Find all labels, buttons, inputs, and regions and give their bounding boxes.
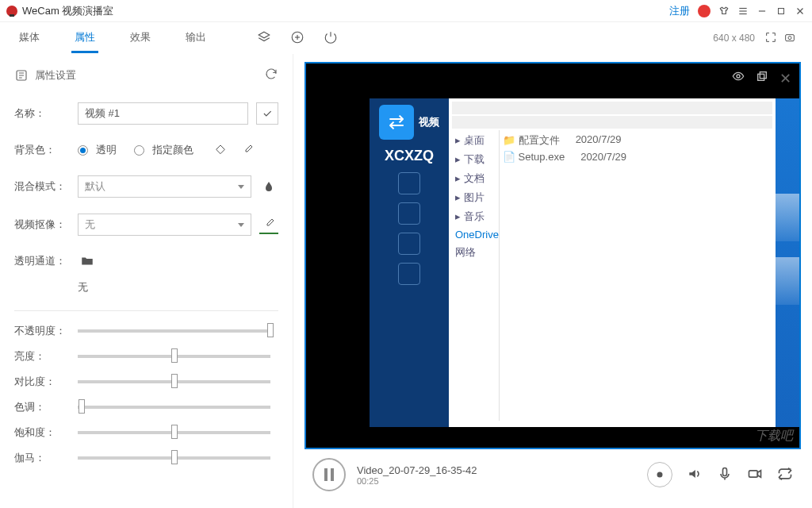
hue-label: 色调： (14, 400, 78, 414)
gamma-label: 伽马： (14, 451, 78, 465)
menu-icon[interactable] (737, 6, 749, 17)
svg-rect-11 (786, 34, 795, 40)
camera-icon[interactable] (747, 466, 763, 484)
overlay-brand: XCXZQ (385, 148, 434, 164)
svg-rect-4 (779, 8, 784, 13)
saturation-label: 饱和度： (14, 425, 78, 440)
name-confirm-button[interactable] (256, 102, 278, 125)
minimize-icon[interactable] (756, 6, 768, 17)
bg-transparent-radio[interactable] (78, 145, 88, 156)
volume-icon[interactable] (687, 466, 703, 484)
matting-select[interactable]: 无 (78, 214, 251, 236)
contrast-slider[interactable] (78, 380, 270, 383)
panel-title: 属性设置 (35, 68, 76, 83)
topbar: 媒体 属性 效果 输出 640 x 480 (0, 22, 812, 54)
wallpaper-strip (776, 98, 799, 427)
svg-rect-16 (760, 72, 766, 79)
popout-icon[interactable] (756, 70, 768, 87)
dock-icon (398, 172, 420, 194)
bg-transparent-label: 透明 (96, 143, 117, 157)
opacity-slider[interactable] (78, 329, 270, 333)
pause-button[interactable] (312, 458, 346, 491)
bg-specify-radio[interactable] (134, 145, 144, 156)
hue-slider[interactable] (78, 406, 270, 409)
fullscreen-icon[interactable] (764, 31, 777, 46)
name-label: 名称： (14, 106, 78, 121)
layers-icon[interactable] (257, 30, 271, 47)
bgcolor-label: 背景色： (14, 143, 78, 157)
explorer-window: ▸ 桌面▸ 下载▸ 文档▸ 图片▸ 音乐 OneDrive网络 📁 配置文件20… (449, 98, 776, 427)
video-frame: ⇄ 视频 XCXZQ ▸ 桌面▸ 下载▸ 文档▸ 图片▸ 音乐 (370, 98, 776, 427)
resolution-label: 640 x 480 (713, 33, 755, 44)
record-button[interactable] (647, 462, 672, 487)
add-icon[interactable] (290, 30, 304, 47)
app-icon (6, 6, 17, 17)
fill-icon[interactable] (211, 140, 230, 160)
close-icon[interactable] (795, 6, 806, 17)
separator (14, 310, 278, 311)
preview-area: ✕ ⇄ 视频 XCXZQ (293, 54, 812, 508)
alpha-value: 无 (78, 280, 278, 294)
theme-icon[interactable] (718, 6, 730, 17)
dock-icon (398, 233, 420, 255)
opacity-label: 不透明度： (14, 324, 78, 338)
brightness-slider[interactable] (78, 355, 270, 358)
watermark: 下载吧 (755, 428, 793, 444)
picker-icon[interactable] (259, 215, 278, 234)
overlay-title: 视频 (419, 115, 439, 129)
titlebar: WeCam 视频演播室 注册 (0, 0, 812, 22)
video-canvas[interactable]: ✕ ⇄ 视频 XCXZQ (304, 62, 801, 449)
saturation-slider[interactable] (78, 431, 270, 434)
track-time: 00:25 (357, 476, 636, 486)
app-title: WeCam 视频演播室 (22, 4, 113, 18)
settings-icon (14, 68, 29, 83)
reset-icon[interactable] (264, 67, 278, 83)
alpha-label: 透明通道： (14, 254, 78, 268)
svg-rect-15 (758, 74, 764, 80)
svg-point-12 (788, 36, 791, 39)
blend-select[interactable]: 默认 (78, 175, 251, 198)
track-name: Video_20-07-29_16-35-42 (357, 464, 636, 476)
canvas-close-icon[interactable]: ✕ (779, 70, 791, 87)
maximize-icon[interactable] (776, 6, 787, 17)
svg-rect-18 (723, 468, 727, 475)
dock-icon (398, 202, 420, 225)
svg-point-17 (657, 472, 663, 478)
bg-specify-label: 指定颜色 (152, 143, 193, 157)
loop-icon[interactable] (777, 466, 793, 484)
mic-icon[interactable] (717, 466, 733, 484)
eyedropper-icon[interactable] (238, 140, 257, 160)
svg-point-14 (737, 75, 740, 78)
player-controls: Video_20-07-29_16-35-42 00:25 (304, 449, 801, 500)
ink-icon[interactable] (259, 177, 278, 196)
matting-label: 视频抠像： (14, 217, 78, 232)
register-link[interactable]: 注册 (669, 4, 690, 18)
properties-panel: 属性设置 名称： 视频 #1 背景色： 透明 指定颜色 混合模式： (0, 54, 293, 508)
contrast-label: 对比度： (14, 375, 78, 389)
dock-icon (398, 263, 420, 285)
chat-icon[interactable] (698, 5, 710, 17)
blend-label: 混合模式： (14, 179, 78, 194)
tab-attributes[interactable]: 属性 (71, 24, 98, 53)
brightness-label: 亮度： (14, 349, 78, 364)
name-input[interactable]: 视频 #1 (78, 102, 248, 125)
sync-icon: ⇄ (379, 105, 414, 140)
power-icon[interactable] (324, 30, 338, 47)
gamma-slider[interactable] (78, 456, 270, 460)
snapshot-icon[interactable] (783, 31, 796, 46)
tab-output[interactable]: 输出 (182, 24, 209, 53)
tab-media[interactable]: 媒体 (16, 24, 43, 53)
svg-rect-19 (749, 470, 758, 476)
tab-effects[interactable]: 效果 (127, 24, 154, 53)
visibility-icon[interactable] (732, 70, 745, 87)
folder-icon[interactable] (78, 252, 97, 271)
